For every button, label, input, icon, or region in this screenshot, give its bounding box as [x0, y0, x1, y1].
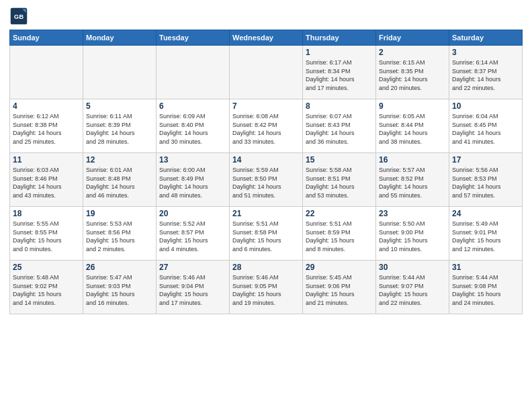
svg-text:GB: GB	[14, 13, 24, 20]
day-info: Sunrise: 6:15 AM Sunset: 8:35 PM Dayligh…	[379, 58, 446, 92]
day-cell: 6Sunrise: 6:09 AM Sunset: 8:40 PM Daylig…	[157, 99, 230, 153]
day-number: 23	[379, 209, 446, 218]
day-info: Sunrise: 6:07 AM Sunset: 8:43 PM Dayligh…	[306, 112, 373, 146]
day-number: 14	[232, 155, 300, 165]
day-cell: 12Sunrise: 6:01 AM Sunset: 8:48 PM Dayli…	[83, 153, 157, 207]
day-number: 25	[13, 263, 80, 272]
day-info: Sunrise: 5:44 AM Sunset: 9:07 PM Dayligh…	[379, 273, 446, 307]
day-info: Sunrise: 6:04 AM Sunset: 8:45 PM Dayligh…	[452, 112, 519, 146]
day-info: Sunrise: 5:55 AM Sunset: 8:55 PM Dayligh…	[13, 220, 80, 253]
day-number: 24	[452, 209, 519, 218]
day-cell: 29Sunrise: 5:45 AM Sunset: 9:06 PM Dayli…	[303, 261, 376, 314]
day-number: 20	[159, 209, 226, 218]
day-info: Sunrise: 5:45 AM Sunset: 9:06 PM Dayligh…	[306, 273, 373, 307]
day-number: 21	[232, 209, 300, 218]
day-number: 9	[379, 101, 446, 111]
day-number: 28	[232, 263, 300, 272]
week-row-4: 18Sunrise: 5:55 AM Sunset: 8:55 PM Dayli…	[10, 207, 523, 261]
day-info: Sunrise: 6:12 AM Sunset: 8:38 PM Dayligh…	[13, 112, 80, 146]
day-info: Sunrise: 6:05 AM Sunset: 8:44 PM Dayligh…	[379, 112, 446, 146]
week-row-2: 4Sunrise: 6:12 AM Sunset: 8:38 PM Daylig…	[10, 99, 523, 153]
header: GB	[9, 7, 523, 26]
day-number: 12	[86, 155, 153, 165]
day-info: Sunrise: 5:44 AM Sunset: 9:08 PM Dayligh…	[452, 273, 519, 307]
day-info: Sunrise: 6:11 AM Sunset: 8:39 PM Dayligh…	[86, 112, 153, 146]
day-info: Sunrise: 6:08 AM Sunset: 8:42 PM Dayligh…	[232, 112, 300, 146]
day-number: 13	[159, 155, 226, 165]
day-header-thursday: Thursday	[303, 30, 376, 46]
day-number: 7	[232, 101, 300, 111]
day-info: Sunrise: 5:51 AM Sunset: 8:58 PM Dayligh…	[232, 220, 300, 253]
day-header-monday: Monday	[83, 30, 157, 46]
day-cell: 20Sunrise: 5:52 AM Sunset: 8:57 PM Dayli…	[157, 207, 230, 261]
day-cell	[230, 46, 303, 99]
day-number: 2	[379, 48, 446, 57]
day-cell: 11Sunrise: 6:03 AM Sunset: 8:46 PM Dayli…	[10, 153, 83, 207]
week-row-3: 11Sunrise: 6:03 AM Sunset: 8:46 PM Dayli…	[10, 153, 523, 207]
day-info: Sunrise: 6:09 AM Sunset: 8:40 PM Dayligh…	[159, 112, 226, 146]
day-number: 11	[13, 155, 80, 165]
day-cell: 10Sunrise: 6:04 AM Sunset: 8:45 PM Dayli…	[449, 99, 523, 153]
day-number: 4	[13, 101, 80, 111]
day-cell	[83, 46, 157, 99]
calendar-table: SundayMondayTuesdayWednesdayThursdayFrid…	[9, 30, 523, 314]
day-number: 15	[306, 155, 373, 165]
day-info: Sunrise: 6:14 AM Sunset: 8:37 PM Dayligh…	[452, 58, 519, 92]
day-info: Sunrise: 6:01 AM Sunset: 8:48 PM Dayligh…	[86, 166, 153, 199]
day-info: Sunrise: 6:00 AM Sunset: 8:49 PM Dayligh…	[159, 166, 226, 199]
day-cell: 28Sunrise: 5:46 AM Sunset: 9:05 PM Dayli…	[230, 261, 303, 314]
day-header-tuesday: Tuesday	[157, 30, 230, 46]
day-info: Sunrise: 5:51 AM Sunset: 8:59 PM Dayligh…	[306, 220, 373, 253]
day-number: 10	[452, 101, 519, 111]
day-number: 29	[306, 263, 373, 272]
day-info: Sunrise: 5:57 AM Sunset: 8:52 PM Dayligh…	[379, 166, 446, 199]
logo: GB	[9, 7, 31, 26]
logo-icon: GB	[9, 7, 28, 26]
day-cell: 14Sunrise: 5:59 AM Sunset: 8:50 PM Dayli…	[230, 153, 303, 207]
day-info: Sunrise: 5:52 AM Sunset: 8:57 PM Dayligh…	[159, 220, 226, 253]
day-number: 26	[86, 263, 153, 272]
day-header-friday: Friday	[376, 30, 449, 46]
day-number: 27	[159, 263, 226, 272]
day-cell: 19Sunrise: 5:53 AM Sunset: 8:56 PM Dayli…	[83, 207, 157, 261]
day-info: Sunrise: 5:49 AM Sunset: 9:01 PM Dayligh…	[452, 220, 519, 253]
day-info: Sunrise: 6:03 AM Sunset: 8:46 PM Dayligh…	[13, 166, 80, 199]
day-cell: 26Sunrise: 5:47 AM Sunset: 9:03 PM Dayli…	[83, 261, 157, 314]
day-cell: 30Sunrise: 5:44 AM Sunset: 9:07 PM Dayli…	[376, 261, 449, 314]
day-number: 19	[86, 209, 153, 218]
day-info: Sunrise: 5:50 AM Sunset: 9:00 PM Dayligh…	[379, 220, 446, 253]
day-cell: 22Sunrise: 5:51 AM Sunset: 8:59 PM Dayli…	[303, 207, 376, 261]
day-cell: 23Sunrise: 5:50 AM Sunset: 9:00 PM Dayli…	[376, 207, 449, 261]
day-cell: 17Sunrise: 5:56 AM Sunset: 8:53 PM Dayli…	[449, 153, 523, 207]
day-cell: 27Sunrise: 5:46 AM Sunset: 9:04 PM Dayli…	[157, 261, 230, 314]
day-cell	[10, 46, 83, 99]
day-number: 30	[379, 263, 446, 272]
day-cell: 3Sunrise: 6:14 AM Sunset: 8:37 PM Daylig…	[449, 46, 523, 99]
day-number: 8	[306, 101, 373, 111]
day-cell: 8Sunrise: 6:07 AM Sunset: 8:43 PM Daylig…	[303, 99, 376, 153]
day-info: Sunrise: 5:53 AM Sunset: 8:56 PM Dayligh…	[86, 220, 153, 253]
day-cell: 2Sunrise: 6:15 AM Sunset: 8:35 PM Daylig…	[376, 46, 449, 99]
header-row: SundayMondayTuesdayWednesdayThursdayFrid…	[10, 30, 523, 46]
day-header-sunday: Sunday	[10, 30, 83, 46]
day-info: Sunrise: 5:59 AM Sunset: 8:50 PM Dayligh…	[232, 166, 300, 199]
day-number: 1	[306, 48, 373, 57]
day-cell: 15Sunrise: 5:58 AM Sunset: 8:51 PM Dayli…	[303, 153, 376, 207]
day-info: Sunrise: 5:47 AM Sunset: 9:03 PM Dayligh…	[86, 273, 153, 307]
day-cell: 16Sunrise: 5:57 AM Sunset: 8:52 PM Dayli…	[376, 153, 449, 207]
day-cell: 9Sunrise: 6:05 AM Sunset: 8:44 PM Daylig…	[376, 99, 449, 153]
day-number: 31	[452, 263, 519, 272]
calendar-container: GB SundayMondayTuesdayWednesdayThursdayF…	[0, 0, 532, 320]
day-number: 16	[379, 155, 446, 165]
day-cell: 24Sunrise: 5:49 AM Sunset: 9:01 PM Dayli…	[449, 207, 523, 261]
day-number: 22	[306, 209, 373, 218]
day-cell: 1Sunrise: 6:17 AM Sunset: 8:34 PM Daylig…	[303, 46, 376, 99]
day-info: Sunrise: 6:17 AM Sunset: 8:34 PM Dayligh…	[306, 58, 373, 92]
week-row-1: 1Sunrise: 6:17 AM Sunset: 8:34 PM Daylig…	[10, 46, 523, 99]
day-info: Sunrise: 5:58 AM Sunset: 8:51 PM Dayligh…	[306, 166, 373, 199]
day-header-saturday: Saturday	[449, 30, 523, 46]
day-number: 5	[86, 101, 153, 111]
day-cell: 4Sunrise: 6:12 AM Sunset: 8:38 PM Daylig…	[10, 99, 83, 153]
day-info: Sunrise: 5:48 AM Sunset: 9:02 PM Dayligh…	[13, 273, 80, 307]
day-number: 17	[452, 155, 519, 165]
